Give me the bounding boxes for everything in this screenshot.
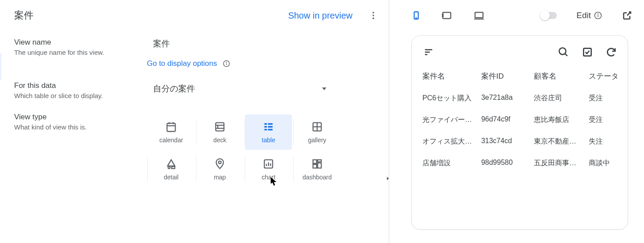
- svg-point-5: [226, 62, 226, 63]
- info-icon[interactable]: [222, 60, 230, 68]
- checkbox-icon[interactable]: [582, 46, 593, 58]
- svg-marker-23: [168, 160, 175, 166]
- sort-icon[interactable]: [422, 47, 435, 57]
- svg-marker-35: [387, 177, 389, 180]
- for-data-control: 自分の案件: [147, 80, 375, 99]
- phone-device-icon[interactable]: [411, 9, 421, 22]
- table-row[interactable]: 光ファイバー… 96d74c9f 恵比寿飯店 受注: [414, 109, 625, 131]
- table-row[interactable]: PC6セット購入 3e721a8a 渋谷庄司 受注: [414, 87, 625, 109]
- view-name-row: View name The unique name for this view.…: [0, 31, 389, 74]
- edit-label: Edit: [576, 11, 602, 20]
- preview-table: 案件名 案件ID 顧客名 ステータス PC6セット購入 3e721a8a 渋谷庄…: [414, 65, 625, 174]
- tile-label-table: table: [262, 137, 275, 144]
- info-icon[interactable]: [594, 11, 602, 20]
- device-toolbar: Edit: [394, 0, 640, 27]
- svg-rect-16: [264, 126, 267, 128]
- for-data-select[interactable]: 自分の案件: [147, 80, 333, 97]
- tile-chart[interactable]: chart: [245, 152, 292, 187]
- table-row[interactable]: 店舗増設 98d99580 五反田商事… 商談中: [414, 152, 625, 174]
- svg-point-1: [372, 15, 374, 16]
- tile-label-gallery: gallery: [308, 137, 326, 144]
- svg-rect-40: [475, 12, 483, 18]
- svg-rect-6: [167, 123, 176, 132]
- svg-line-50: [565, 53, 567, 56]
- svg-point-44: [598, 14, 598, 14]
- display-options-link[interactable]: Go to display options: [147, 59, 217, 68]
- view-name-label-block: View name The unique name for this view.: [14, 37, 147, 68]
- svg-point-26: [218, 161, 221, 164]
- view-name-label: View name: [14, 38, 147, 47]
- svg-rect-15: [268, 123, 273, 125]
- more-vert-icon[interactable]: [368, 11, 378, 20]
- preview-pane: Edit 案件名: [389, 0, 644, 243]
- view-type-row: View type What kind of view this is. cal…: [0, 106, 389, 194]
- view-type-label-block: View type What kind of view this is.: [14, 112, 147, 188]
- active-section-indicator: [0, 53, 1, 80]
- svg-rect-33: [318, 163, 321, 168]
- for-data-label: For this data: [14, 81, 147, 90]
- view-name-control: 案件 Go to display options: [147, 37, 375, 68]
- desktop-device-icon[interactable]: [472, 10, 486, 21]
- editor-pane: 案件 Show in preview View name The unique …: [0, 0, 389, 243]
- view-title: 案件: [14, 9, 34, 22]
- for-data-sublabel: Which table or slice to display.: [14, 92, 147, 99]
- dropdown-icon: [322, 87, 326, 90]
- tile-label-dashboard: dashboard: [303, 174, 332, 181]
- view-name-input[interactable]: 案件: [147, 37, 375, 53]
- preview-toolbar-right: [558, 46, 617, 58]
- svg-rect-38: [443, 12, 451, 19]
- svg-rect-25: [172, 167, 175, 169]
- display-options-row: Go to display options: [147, 59, 375, 68]
- tile-dashboard[interactable]: dashboard: [294, 152, 341, 187]
- tablet-device-icon[interactable]: [441, 10, 453, 21]
- tile-map[interactable]: map: [196, 152, 243, 187]
- search-icon[interactable]: [558, 46, 569, 58]
- header-actions: Show in preview: [288, 11, 378, 21]
- tile-gallery[interactable]: gallery: [294, 114, 341, 150]
- tile-label-deck: deck: [213, 137, 226, 144]
- tile-label-detail: detail: [164, 174, 178, 181]
- editor-header: 案件 Show in preview: [0, 0, 389, 31]
- tile-calendar[interactable]: calendar: [148, 114, 195, 150]
- svg-rect-17: [268, 126, 273, 128]
- for-data-value: 自分の案件: [153, 83, 195, 95]
- edit-toggle[interactable]: [541, 12, 557, 19]
- view-type-sublabel: What kind of view this is.: [14, 123, 147, 131]
- svg-rect-31: [313, 160, 317, 163]
- view-type-label: View type: [14, 113, 147, 122]
- svg-rect-18: [264, 129, 267, 131]
- svg-point-0: [372, 12, 374, 14]
- svg-point-2: [372, 18, 374, 19]
- header-name[interactable]: 案件名: [422, 71, 481, 81]
- refresh-icon[interactable]: [606, 46, 617, 58]
- svg-rect-14: [264, 123, 267, 125]
- for-data-row: For this data Which table or slice to di…: [0, 74, 389, 106]
- view-type-grid: calendar deck table gallery detail: [147, 114, 375, 188]
- header-customer[interactable]: 顧客名: [534, 71, 589, 81]
- svg-point-49: [559, 48, 566, 54]
- table-row[interactable]: オフィス拡大… 313c74cd 東京不動産… 失注: [414, 131, 625, 152]
- preview-app-toolbar: [414, 43, 625, 65]
- svg-rect-10: [216, 123, 224, 131]
- header-status[interactable]: ステータス: [589, 71, 617, 81]
- open-external-icon[interactable]: [622, 10, 632, 21]
- tile-label-map: map: [214, 174, 226, 181]
- svg-point-24: [168, 167, 170, 169]
- view-type-control: calendar deck table gallery detail: [147, 112, 375, 188]
- tile-deck[interactable]: deck: [196, 114, 243, 150]
- tile-detail[interactable]: detail: [148, 152, 195, 187]
- view-name-sublabel: The unique name for this view.: [14, 49, 147, 56]
- svg-rect-32: [318, 160, 321, 162]
- svg-rect-19: [268, 129, 273, 131]
- tile-label-chart: chart: [261, 174, 275, 181]
- svg-rect-34: [313, 164, 317, 168]
- table-header-row: 案件名 案件ID 顧客名 ステータス: [414, 65, 625, 87]
- tile-label-calendar: calendar: [159, 137, 183, 144]
- for-data-label-block: For this data Which table or slice to di…: [14, 80, 147, 99]
- tile-table[interactable]: table: [245, 114, 292, 150]
- preview-frame: 案件名 案件ID 顧客名 ステータス PC6セット購入 3e721a8a 渋谷庄…: [411, 35, 628, 230]
- show-in-preview-link[interactable]: Show in preview: [288, 11, 353, 21]
- header-id[interactable]: 案件ID: [481, 71, 534, 81]
